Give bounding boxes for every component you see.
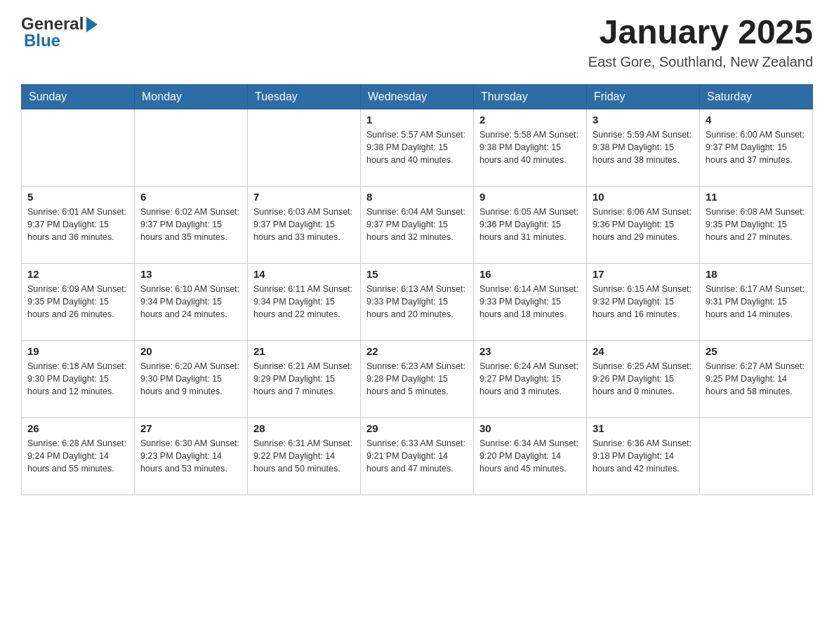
calendar-body: 1Sunrise: 5:57 AM Sunset: 9:38 PM Daylig… bbox=[22, 109, 813, 495]
day-number: 10 bbox=[593, 191, 694, 203]
day-number: 1 bbox=[366, 114, 468, 126]
calendar-cell: 17Sunrise: 6:15 AM Sunset: 9:32 PM Dayli… bbox=[587, 263, 700, 340]
day-info: Sunrise: 6:34 AM Sunset: 9:20 PM Dayligh… bbox=[479, 437, 581, 475]
calendar-cell: 9Sunrise: 6:05 AM Sunset: 9:36 PM Daylig… bbox=[474, 186, 587, 263]
col-friday: Friday bbox=[587, 84, 700, 109]
day-number: 22 bbox=[366, 345, 468, 357]
day-number: 7 bbox=[253, 191, 355, 203]
day-info: Sunrise: 5:59 AM Sunset: 9:38 PM Dayligh… bbox=[593, 128, 694, 166]
calendar-cell: 29Sunrise: 6:33 AM Sunset: 9:21 PM Dayli… bbox=[361, 417, 474, 495]
day-info: Sunrise: 6:30 AM Sunset: 9:23 PM Dayligh… bbox=[140, 437, 241, 475]
calendar-week-3: 12Sunrise: 6:09 AM Sunset: 9:35 PM Dayli… bbox=[22, 263, 813, 340]
day-number: 27 bbox=[140, 422, 241, 434]
calendar-week-4: 19Sunrise: 6:18 AM Sunset: 9:30 PM Dayli… bbox=[22, 340, 813, 417]
day-info: Sunrise: 6:28 AM Sunset: 9:24 PM Dayligh… bbox=[27, 437, 128, 475]
calendar-cell: 24Sunrise: 6:25 AM Sunset: 9:26 PM Dayli… bbox=[587, 340, 700, 417]
calendar-cell: 8Sunrise: 6:04 AM Sunset: 9:37 PM Daylig… bbox=[361, 186, 474, 263]
day-number: 11 bbox=[706, 191, 807, 203]
day-info: Sunrise: 6:14 AM Sunset: 9:33 PM Dayligh… bbox=[479, 283, 581, 321]
day-info: Sunrise: 6:33 AM Sunset: 9:21 PM Dayligh… bbox=[366, 437, 468, 475]
calendar-cell: 13Sunrise: 6:10 AM Sunset: 9:34 PM Dayli… bbox=[135, 263, 248, 340]
day-number: 6 bbox=[140, 191, 241, 203]
day-info: Sunrise: 6:31 AM Sunset: 9:22 PM Dayligh… bbox=[253, 437, 355, 475]
day-number: 5 bbox=[27, 191, 128, 203]
calendar-cell: 10Sunrise: 6:06 AM Sunset: 9:36 PM Dayli… bbox=[587, 186, 700, 263]
calendar-cell: 19Sunrise: 6:18 AM Sunset: 9:30 PM Dayli… bbox=[22, 340, 135, 417]
day-number: 4 bbox=[706, 114, 807, 126]
col-tuesday: Tuesday bbox=[248, 84, 361, 109]
day-info: Sunrise: 6:00 AM Sunset: 9:37 PM Dayligh… bbox=[706, 128, 807, 166]
day-info: Sunrise: 6:23 AM Sunset: 9:28 PM Dayligh… bbox=[366, 360, 468, 398]
calendar-cell: 14Sunrise: 6:11 AM Sunset: 9:34 PM Dayli… bbox=[248, 263, 361, 340]
day-info: Sunrise: 5:57 AM Sunset: 9:38 PM Dayligh… bbox=[366, 128, 468, 166]
day-info: Sunrise: 5:58 AM Sunset: 9:38 PM Dayligh… bbox=[479, 128, 581, 166]
day-number: 25 bbox=[706, 345, 807, 357]
col-sunday: Sunday bbox=[22, 84, 135, 109]
day-number: 9 bbox=[479, 191, 581, 203]
day-info: Sunrise: 6:11 AM Sunset: 9:34 PM Dayligh… bbox=[253, 283, 355, 321]
calendar-cell: 20Sunrise: 6:20 AM Sunset: 9:30 PM Dayli… bbox=[135, 340, 248, 417]
calendar-cell: 25Sunrise: 6:27 AM Sunset: 9:25 PM Dayli… bbox=[700, 340, 813, 417]
day-info: Sunrise: 6:15 AM Sunset: 9:32 PM Dayligh… bbox=[593, 283, 694, 321]
day-info: Sunrise: 6:05 AM Sunset: 9:36 PM Dayligh… bbox=[479, 206, 581, 243]
col-monday: Monday bbox=[135, 84, 248, 109]
calendar-cell: 28Sunrise: 6:31 AM Sunset: 9:22 PM Dayli… bbox=[248, 417, 361, 495]
calendar-week-5: 26Sunrise: 6:28 AM Sunset: 9:24 PM Dayli… bbox=[22, 417, 813, 495]
day-number: 13 bbox=[140, 268, 241, 280]
calendar-cell bbox=[22, 109, 135, 186]
calendar-cell: 23Sunrise: 6:24 AM Sunset: 9:27 PM Dayli… bbox=[474, 340, 587, 417]
calendar-cell: 6Sunrise: 6:02 AM Sunset: 9:37 PM Daylig… bbox=[135, 186, 248, 263]
calendar-cell: 12Sunrise: 6:09 AM Sunset: 9:35 PM Dayli… bbox=[22, 263, 135, 340]
day-info: Sunrise: 6:10 AM Sunset: 9:34 PM Dayligh… bbox=[140, 283, 241, 321]
day-number: 24 bbox=[593, 345, 694, 357]
day-number: 18 bbox=[706, 268, 807, 280]
calendar-week-2: 5Sunrise: 6:01 AM Sunset: 9:37 PM Daylig… bbox=[22, 186, 813, 263]
day-number: 12 bbox=[27, 268, 128, 280]
calendar-week-1: 1Sunrise: 5:57 AM Sunset: 9:38 PM Daylig… bbox=[22, 109, 813, 186]
calendar-cell: 11Sunrise: 6:08 AM Sunset: 9:35 PM Dayli… bbox=[700, 186, 813, 263]
calendar-cell: 18Sunrise: 6:17 AM Sunset: 9:31 PM Dayli… bbox=[700, 263, 813, 340]
day-info: Sunrise: 6:36 AM Sunset: 9:18 PM Dayligh… bbox=[593, 437, 694, 475]
day-number: 30 bbox=[479, 422, 581, 434]
day-info: Sunrise: 6:27 AM Sunset: 9:25 PM Dayligh… bbox=[706, 360, 807, 398]
calendar-cell: 16Sunrise: 6:14 AM Sunset: 9:33 PM Dayli… bbox=[474, 263, 587, 340]
calendar-cell: 3Sunrise: 5:59 AM Sunset: 9:38 PM Daylig… bbox=[587, 109, 700, 186]
calendar-header: Sunday Monday Tuesday Wednesday Thursday… bbox=[22, 84, 813, 109]
day-number: 3 bbox=[593, 114, 694, 126]
day-info: Sunrise: 6:20 AM Sunset: 9:30 PM Dayligh… bbox=[140, 360, 241, 398]
calendar-cell: 31Sunrise: 6:36 AM Sunset: 9:18 PM Dayli… bbox=[587, 417, 700, 495]
calendar-cell bbox=[248, 109, 361, 186]
day-info: Sunrise: 6:02 AM Sunset: 9:37 PM Dayligh… bbox=[140, 206, 241, 243]
calendar-title: January 2025 bbox=[588, 14, 813, 51]
day-info: Sunrise: 6:03 AM Sunset: 9:37 PM Dayligh… bbox=[253, 206, 355, 243]
calendar-cell: 21Sunrise: 6:21 AM Sunset: 9:29 PM Dayli… bbox=[248, 340, 361, 417]
logo-arrow-icon bbox=[86, 17, 98, 32]
calendar-cell: 30Sunrise: 6:34 AM Sunset: 9:20 PM Dayli… bbox=[474, 417, 587, 495]
title-area: January 2025 East Gore, Southland, New Z… bbox=[588, 14, 813, 70]
day-number: 31 bbox=[593, 422, 694, 434]
calendar-cell: 26Sunrise: 6:28 AM Sunset: 9:24 PM Dayli… bbox=[22, 417, 135, 495]
day-info: Sunrise: 6:13 AM Sunset: 9:33 PM Dayligh… bbox=[366, 283, 468, 321]
calendar-cell: 15Sunrise: 6:13 AM Sunset: 9:33 PM Dayli… bbox=[361, 263, 474, 340]
day-info: Sunrise: 6:21 AM Sunset: 9:29 PM Dayligh… bbox=[253, 360, 355, 398]
logo-blue-text: Blue bbox=[24, 31, 60, 51]
day-info: Sunrise: 6:17 AM Sunset: 9:31 PM Dayligh… bbox=[706, 283, 807, 321]
calendar-cell bbox=[135, 109, 248, 186]
calendar-cell: 2Sunrise: 5:58 AM Sunset: 9:38 PM Daylig… bbox=[474, 109, 587, 186]
day-info: Sunrise: 6:09 AM Sunset: 9:35 PM Dayligh… bbox=[27, 283, 128, 321]
day-info: Sunrise: 6:04 AM Sunset: 9:37 PM Dayligh… bbox=[366, 206, 468, 243]
col-thursday: Thursday bbox=[474, 84, 587, 109]
calendar-subtitle: East Gore, Southland, New Zealand bbox=[588, 54, 813, 70]
day-number: 15 bbox=[366, 268, 468, 280]
day-info: Sunrise: 6:08 AM Sunset: 9:35 PM Dayligh… bbox=[706, 206, 807, 243]
day-info: Sunrise: 6:01 AM Sunset: 9:37 PM Dayligh… bbox=[27, 206, 128, 243]
day-number: 19 bbox=[27, 345, 128, 357]
calendar-cell: 1Sunrise: 5:57 AM Sunset: 9:38 PM Daylig… bbox=[361, 109, 474, 186]
calendar-table: Sunday Monday Tuesday Wednesday Thursday… bbox=[21, 84, 813, 495]
day-number: 2 bbox=[479, 114, 581, 126]
calendar-cell: 27Sunrise: 6:30 AM Sunset: 9:23 PM Dayli… bbox=[135, 417, 248, 495]
day-number: 16 bbox=[479, 268, 581, 280]
col-wednesday: Wednesday bbox=[361, 84, 474, 109]
calendar-cell: 4Sunrise: 6:00 AM Sunset: 9:37 PM Daylig… bbox=[700, 109, 813, 186]
day-info: Sunrise: 6:24 AM Sunset: 9:27 PM Dayligh… bbox=[479, 360, 581, 398]
